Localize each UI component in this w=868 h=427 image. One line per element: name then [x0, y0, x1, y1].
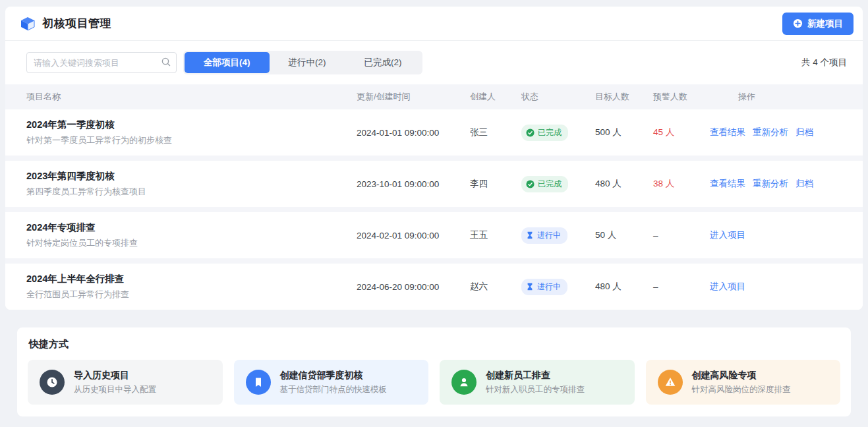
check-circle-icon: [526, 180, 535, 188]
project-name-cell: 2024年上半年全行排查 全行范围员工异常行为排查: [26, 273, 357, 300]
hourglass-icon: [526, 283, 534, 291]
col-header-warning: 预警人数: [653, 91, 710, 103]
actions-cell: 进入项目: [710, 281, 842, 293]
status-cell: 已完成: [521, 125, 595, 141]
shortcuts-grid: 导入历史项目 从历史项目中导入配置 创建信贷部季度初核 基于信贷部门特点的快速模…: [28, 360, 840, 405]
search-input[interactable]: [26, 52, 177, 73]
table-row: 2024年第一季度初核 针对第一季度员工异常行为的初步核查 2024-01-01…: [5, 109, 863, 156]
hourglass-icon: [526, 231, 534, 239]
warning-cell: –: [653, 231, 710, 241]
warning-cell: 45 人: [653, 127, 710, 138]
time-cell: 2023-10-01 09:00:00: [357, 179, 470, 189]
enter-project-link[interactable]: 进入项目: [710, 229, 745, 241]
new-project-button[interactable]: 新建项目: [782, 13, 854, 35]
page-header: 初核项目管理 新建项目: [5, 7, 863, 41]
status-badge: 进行中: [521, 227, 567, 244]
shortcuts-title: 快捷方式: [28, 338, 840, 351]
status-badge: 进行中: [521, 279, 567, 295]
shortcut-high-risk-special[interactable]: 创建高风险专项 针对高风险岗位的深度排查: [646, 360, 841, 405]
status-label: 已完成: [538, 179, 562, 190]
shortcut-text: 创建新员工排查 针对新入职员工的专项排查: [486, 370, 585, 395]
status-badge: 已完成: [521, 125, 568, 141]
creator-cell: 王五: [470, 229, 521, 241]
enter-project-link[interactable]: 进入项目: [710, 281, 745, 293]
table-row: 2024年专项排查 针对特定岗位员工的专项排查 2024-02-01 09:00…: [5, 212, 863, 258]
status-cell: 已完成: [521, 176, 595, 192]
shortcut-text: 创建高风险专项 针对高风险岗位的深度排查: [692, 370, 791, 395]
status-label: 进行中: [537, 230, 561, 241]
table-row: 2023年第四季度初核 第四季度员工异常行为核查项目 2023-10-01 09…: [5, 161, 863, 207]
actions-cell: 进入项目: [710, 229, 842, 241]
shortcut-import-history[interactable]: 导入历史项目 从历史项目中导入配置: [28, 360, 223, 405]
shortcut-title: 创建新员工排查: [486, 370, 585, 382]
cube-icon: [20, 16, 36, 32]
project-management-panel: 初核项目管理 新建项目 全部项目(4) 进行中(2) 已完成(2) 共 4 个: [5, 7, 863, 310]
view-results-link[interactable]: 查看结果: [710, 178, 745, 190]
project-title: 2024年上半年全行排查: [26, 273, 357, 285]
target-cell: 480 人: [595, 178, 653, 190]
shortcut-desc: 针对新入职员工的专项排查: [486, 384, 585, 395]
shortcuts-panel: 快捷方式 导入历史项目 从历史项目中导入配置 创建信贷部季度初核: [17, 327, 851, 416]
project-description: 第四季度员工异常行为核查项目: [26, 186, 357, 198]
table-header: 项目名称 更新/创建时间 创建人 状态 目标人数 预警人数 操作: [5, 84, 863, 109]
check-circle-icon: [526, 128, 535, 137]
col-header-target: 目标人数: [595, 91, 653, 103]
total-count: 共 4 个项目: [801, 57, 847, 69]
bookmark-icon: [246, 370, 271, 395]
warning-cell: –: [653, 282, 710, 292]
project-description: 针对第一季度员工异常行为的初步核查: [26, 134, 357, 146]
person-icon: [451, 370, 477, 395]
warning-cell: 38 人: [653, 178, 710, 190]
new-project-label: 新建项目: [807, 18, 843, 30]
col-header-time: 更新/创建时间: [357, 91, 470, 103]
shortcut-title: 创建高风险专项: [692, 370, 791, 382]
col-header-actions: 操作: [710, 91, 842, 103]
time-cell: 2024-01-01 09:00:00: [357, 128, 470, 138]
archive-link[interactable]: 归档: [796, 178, 813, 190]
shortcut-credit-dept-review[interactable]: 创建信贷部季度初核 基于信贷部门特点的快速模板: [234, 360, 429, 405]
status-badge: 已完成: [521, 176, 568, 192]
project-name-cell: 2023年第四季度初核 第四季度员工异常行为核查项目: [26, 170, 357, 198]
row-separator: [5, 258, 863, 264]
status-cell: 进行中: [521, 279, 595, 295]
tab-completed[interactable]: 已完成(2): [345, 52, 421, 73]
creator-cell: 李四: [470, 178, 521, 190]
row-separator: [5, 156, 863, 161]
creator-cell: 赵六: [470, 281, 521, 293]
project-description: 全行范围员工异常行为排查: [26, 289, 357, 300]
plus-circle-icon: [793, 18, 803, 28]
table-row: 2024年上半年全行排查 全行范围员工异常行为排查 2024-06-20 09:…: [5, 264, 863, 310]
target-cell: 50 人: [595, 229, 653, 241]
search-icon[interactable]: [161, 57, 171, 67]
col-header-creator: 创建人: [470, 91, 521, 103]
target-cell: 500 人: [595, 127, 653, 138]
project-name-cell: 2024年专项排查 针对特定岗位员工的专项排查: [26, 221, 357, 249]
archive-link[interactable]: 归档: [796, 127, 813, 138]
page-title: 初核项目管理: [42, 16, 111, 31]
col-header-status: 状态: [521, 91, 595, 103]
shortcut-new-employee-check[interactable]: 创建新员工排查 针对新入职员工的专项排查: [440, 360, 635, 405]
reanalyze-link[interactable]: 重新分析: [753, 127, 788, 138]
project-title: 2023年第四季度初核: [26, 170, 357, 183]
row-separator: [5, 207, 863, 212]
status-label: 进行中: [537, 281, 561, 293]
col-header-name: 项目名称: [26, 91, 357, 103]
search-box: [26, 52, 177, 73]
tab-in-progress[interactable]: 进行中(2): [270, 52, 345, 73]
creator-cell: 张三: [470, 127, 521, 138]
shortcut-text: 创建信贷部季度初核 基于信贷部门特点的快速模板: [280, 370, 388, 395]
shortcut-desc: 基于信贷部门特点的快速模板: [280, 384, 388, 395]
project-description: 针对特定岗位员工的专项排查: [26, 237, 357, 249]
time-cell: 2024-02-01 09:00:00: [357, 231, 470, 241]
status-label: 已完成: [538, 127, 562, 138]
target-cell: 480 人: [595, 281, 653, 293]
shortcut-desc: 针对高风险岗位的深度排查: [692, 384, 791, 395]
tab-all-projects[interactable]: 全部项目(4): [185, 52, 270, 73]
clock-icon: [40, 370, 65, 395]
filter-tabs: 全部项目(4) 进行中(2) 已完成(2): [183, 51, 422, 74]
actions-cell: 查看结果 重新分析 归档: [710, 178, 842, 190]
toolbar: 全部项目(4) 进行中(2) 已完成(2) 共 4 个项目: [5, 41, 863, 84]
reanalyze-link[interactable]: 重新分析: [753, 178, 788, 190]
view-results-link[interactable]: 查看结果: [710, 127, 745, 138]
time-cell: 2024-06-20 09:00:00: [357, 282, 470, 292]
